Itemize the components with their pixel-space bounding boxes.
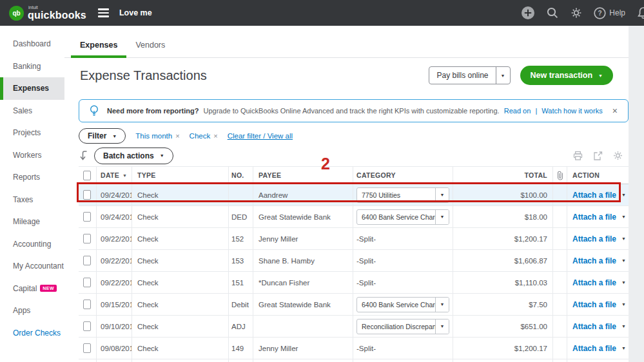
row-attachment-cell	[553, 272, 567, 293]
row-no: 149	[229, 338, 253, 359]
row-checkbox[interactable]	[83, 278, 91, 287]
pay-bills-dropdown-icon[interactable]: ▼	[496, 67, 510, 84]
category-select[interactable]: 6400 Bank Service Charges▼	[356, 209, 449, 225]
attach-file-link[interactable]: Attach a file	[572, 256, 616, 265]
table-tools	[572, 150, 623, 161]
sidebar-item-workers[interactable]: Workers	[0, 144, 64, 167]
expense-table: DATE ▼ TYPE NO. PAYEE CATEGORY TOTAL ACT…	[79, 166, 629, 362]
filter-chip[interactable]: This month×	[135, 132, 179, 140]
remove-filter-icon[interactable]: ×	[175, 132, 179, 140]
category-select[interactable]: 6400 Bank Service Charges▼	[356, 297, 449, 312]
tab-expenses[interactable]: Expenses	[71, 41, 126, 58]
table-row[interactable]: 09/22/2019Check151*Duncan Fisher-Split-$…	[79, 272, 629, 294]
attach-file-link[interactable]: Attach a file	[572, 322, 616, 331]
attach-file-dropdown-icon[interactable]: ▼	[621, 214, 626, 219]
attach-file-link[interactable]: Attach a file	[572, 213, 616, 222]
attach-file-dropdown-icon[interactable]: ▼	[621, 280, 626, 285]
attach-file-dropdown-icon[interactable]: ▼	[621, 193, 626, 197]
sidebar-item-taxes[interactable]: Taxes	[0, 189, 64, 211]
new-transaction-button[interactable]: New transaction ▼	[520, 66, 614, 85]
hamburger-menu-icon[interactable]	[98, 8, 109, 17]
sidebar-item-order-checks[interactable]: Order Checks	[0, 322, 64, 345]
tab-bar: ExpensesVendors	[64, 26, 629, 58]
notification-bell-icon[interactable]	[636, 6, 644, 20]
sort-arrow-icon[interactable]	[79, 150, 88, 161]
row-action-cell: Attach a file▼	[567, 272, 629, 293]
table-row[interactable]: 09/24/2019CheckAandrew7750 Utilities▼$10…	[79, 184, 629, 206]
select-all-checkbox[interactable]	[83, 171, 91, 180]
banner-link-divider: |	[535, 107, 537, 115]
sidebar-item-capital[interactable]: CapitalNEW	[0, 278, 64, 300]
row-checkbox[interactable]	[83, 256, 91, 265]
sidebar-item-my-accountant[interactable]: My Accountant	[0, 255, 64, 278]
attach-file-dropdown-icon[interactable]: ▼	[621, 258, 626, 263]
table-row[interactable]: 09/10/2019CheckADJReconciliation Discrep…	[79, 316, 629, 338]
table-row[interactable]: 09/22/2019Check153Shane B. Hamby-Split-$…	[79, 250, 629, 272]
attach-file-dropdown-icon[interactable]: ▼	[621, 236, 626, 241]
remove-filter-icon[interactable]: ×	[213, 132, 217, 140]
attach-file-dropdown-icon[interactable]: ▼	[621, 302, 626, 307]
sidebar-item-sales[interactable]: Sales	[0, 100, 64, 122]
attach-file-link[interactable]: Attach a file	[572, 344, 616, 353]
banner-close-icon[interactable]: ×	[611, 106, 619, 116]
category-select[interactable]: 7750 Utilities▼	[356, 187, 449, 203]
row-checkbox[interactable]	[83, 300, 91, 309]
qb-logo-icon: qb	[9, 6, 24, 21]
pay-bills-online-button[interactable]: Pay bills online ▼	[429, 66, 510, 84]
row-checkbox[interactable]	[83, 343, 91, 353]
filter-button[interactable]: Filter ▼	[79, 128, 126, 144]
table-row[interactable]: 09/22/2019Check152Jenny Miller-Split-$1,…	[79, 228, 629, 250]
attach-file-dropdown-icon[interactable]: ▼	[621, 346, 626, 350]
sidebar-item-expenses[interactable]: Expenses	[0, 77, 64, 100]
sidebar-item-apps[interactable]: Apps	[0, 300, 64, 322]
header-date[interactable]: DATE ▼	[97, 167, 132, 184]
tab-vendors[interactable]: Vendors	[126, 41, 174, 58]
sidebar-item-mileage[interactable]: Mileage	[0, 211, 64, 233]
batch-actions-button[interactable]: Batch actions ▼	[94, 148, 173, 164]
row-type: Check	[132, 250, 229, 271]
filter-chip-label: This month	[135, 132, 172, 140]
watch-how-it-works-link[interactable]: Watch how it works (1:31)	[542, 107, 604, 115]
sidebar-item-projects[interactable]: Projects	[0, 122, 64, 144]
row-category: -Split-	[356, 279, 376, 287]
help-button[interactable]: ? Help	[594, 7, 625, 19]
row-checkbox[interactable]	[83, 212, 91, 222]
attach-file-link[interactable]: Attach a file	[572, 300, 616, 309]
settings-gear-icon[interactable]	[612, 150, 623, 161]
row-checkbox[interactable]	[83, 321, 91, 331]
search-icon[interactable]	[546, 6, 559, 19]
sidebar-item-label: Taxes	[13, 195, 33, 204]
attach-file-link[interactable]: Attach a file	[572, 191, 616, 200]
printer-icon[interactable]	[572, 151, 583, 161]
row-no	[229, 184, 253, 205]
row-checkbox[interactable]	[83, 190, 91, 200]
export-icon[interactable]	[592, 151, 603, 161]
table-row[interactable]: 09/08/2019Check149Jenny Miller-Split-$1,…	[79, 338, 629, 359]
create-plus-icon[interactable]	[521, 6, 535, 20]
attach-file-link[interactable]: Attach a file	[572, 278, 616, 287]
attach-file-dropdown-icon[interactable]: ▼	[621, 324, 626, 329]
clear-filter-link[interactable]: Clear filter / View all	[228, 132, 293, 140]
row-date: 09/22/2019	[97, 272, 132, 293]
quickbooks-logo[interactable]: qb intuit quickbooks	[9, 5, 86, 21]
table-row[interactable]: 09/15/2019CheckDebitGreat Statewide Bank…	[79, 294, 629, 316]
sidebar-item-reports[interactable]: Reports	[0, 166, 64, 189]
lightbulb-icon	[88, 104, 100, 117]
row-type: Check	[132, 272, 229, 293]
row-total: $100.00	[453, 184, 553, 205]
category-select[interactable]: Reconciliation Discrepancies▼	[356, 319, 449, 334]
sidebar-item-banking[interactable]: Banking	[0, 55, 64, 78]
read-on-link[interactable]: Read on	[504, 107, 531, 115]
chevron-down-icon: ▼	[435, 319, 449, 334]
row-action-cell: Attach a file▼	[567, 316, 629, 337]
row-category-cell: -Split-	[353, 272, 453, 293]
sidebar-item-dashboard[interactable]: Dashboard	[0, 33, 64, 55]
filter-chip[interactable]: Check×	[190, 132, 218, 140]
attach-file-link[interactable]: Attach a file	[572, 234, 616, 243]
sidebar-item-accounting[interactable]: Accounting	[0, 233, 64, 256]
table-row[interactable]: 09/24/2019CheckDEDGreat Statewide Bank64…	[79, 206, 629, 228]
gear-icon[interactable]	[570, 6, 583, 19]
qb-monogram: qb	[12, 10, 20, 17]
row-checkbox[interactable]	[83, 234, 91, 243]
batch-row: Batch actions ▼	[79, 147, 629, 164]
